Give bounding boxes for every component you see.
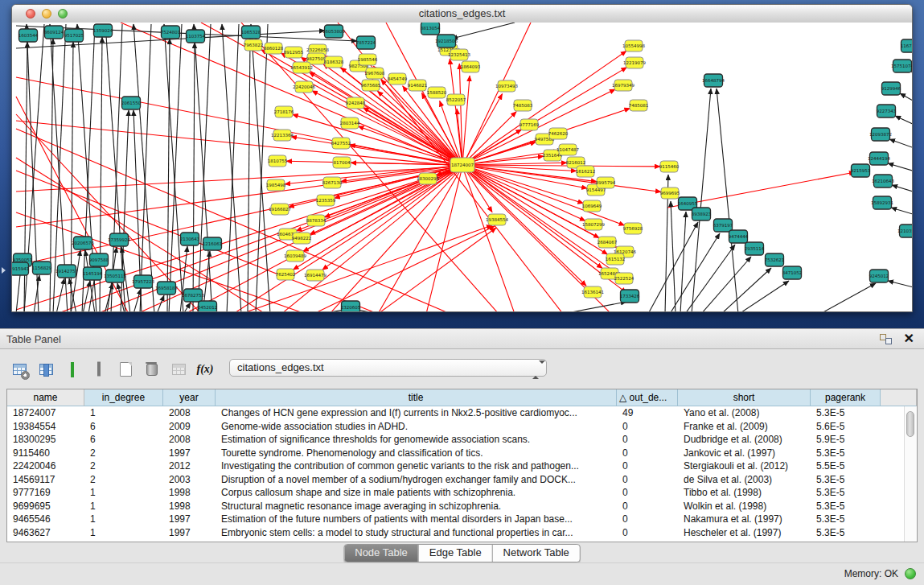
table-cell[interactable]: 5.6E-5: [811, 420, 881, 434]
column-visibility-button[interactable]: [35, 359, 57, 380]
float-panel-icon[interactable]: [880, 334, 892, 344]
network-node-yellow[interactable]: [366, 68, 384, 79]
close-panel-icon[interactable]: ✕: [904, 331, 914, 347]
network-node-yellow[interactable]: [584, 286, 602, 298]
table-cell[interactable]: 18300295: [7, 433, 84, 447]
table-cell[interactable]: Estimation of the future numbers of pati…: [216, 513, 617, 526]
rows-button[interactable]: [88, 359, 110, 380]
network-node-yellow[interactable]: [306, 270, 324, 281]
table-cell[interactable]: 1997: [163, 447, 216, 460]
tab-edge-table[interactable]: Edge Table: [418, 545, 492, 562]
network-node-teal[interactable]: [12, 262, 29, 275]
table-row[interactable]: 1938455462009Genome-wide association stu…: [7, 420, 917, 434]
network-node-yellow[interactable]: [614, 80, 632, 91]
table-cell[interactable]: Tibbo et al. (1998): [678, 486, 811, 500]
table-cell[interactable]: 1: [84, 513, 163, 526]
table-cell[interactable]: 5.5E-5: [811, 459, 881, 473]
table-cell[interactable]: 5.3E-5: [811, 406, 881, 420]
memory-status-indicator[interactable]: [905, 568, 916, 579]
network-node-teal[interactable]: [692, 208, 711, 220]
network-node-teal[interactable]: [58, 265, 76, 278]
network-window[interactable]: citations_edges.txt 18724007183002951512…: [11, 4, 913, 312]
table-cell[interactable]: 5.3E-5: [811, 526, 881, 540]
network-node-yellow[interactable]: [277, 269, 294, 280]
table-row[interactable]: 2242004622012Investigating the contribut…: [7, 459, 917, 473]
network-node-teal[interactable]: [110, 233, 129, 246]
column-header-in_degree[interactable]: in_degree: [84, 389, 163, 406]
network-node-teal[interactable]: [342, 301, 360, 311]
table-cell[interactable]: 0: [617, 526, 678, 540]
table-cell[interactable]: 0: [617, 513, 678, 526]
network-node-yellow[interactable]: [450, 158, 474, 172]
network-node-teal[interactable]: [729, 230, 748, 243]
network-node-yellow[interactable]: [317, 195, 335, 206]
network-canvas[interactable]: 1872400718300295151235441232541318640931…: [12, 23, 912, 311]
network-node-teal[interactable]: [106, 270, 125, 282]
row-selection-button[interactable]: [61, 359, 84, 380]
table-cell[interactable]: 2008: [163, 433, 216, 447]
network-node-teal[interactable]: [421, 23, 440, 35]
network-node-teal[interactable]: [122, 97, 141, 109]
table-cell[interactable]: Embryonic stem cells: a model to study s…: [216, 526, 617, 540]
network-node-yellow[interactable]: [630, 100, 647, 111]
table-cell[interactable]: 5.3E-5: [811, 513, 881, 526]
network-node-teal[interactable]: [184, 289, 203, 302]
table-cell[interactable]: 9777169: [7, 486, 84, 500]
table-cell[interactable]: 2008: [163, 406, 216, 420]
scrollbar-thumb[interactable]: [906, 411, 914, 437]
tab-node-table[interactable]: Node Table: [344, 545, 418, 562]
network-node-yellow[interactable]: [597, 177, 614, 188]
network-node-teal[interactable]: [84, 267, 102, 280]
table-cell[interactable]: 5.3E-5: [811, 500, 881, 513]
network-node-teal[interactable]: [882, 82, 901, 95]
network-node-teal[interactable]: [766, 253, 784, 266]
network-node-yellow[interactable]: [325, 56, 343, 68]
network-node-teal[interactable]: [873, 196, 892, 209]
table-cell[interactable]: 2: [84, 447, 163, 460]
network-node-teal[interactable]: [357, 36, 376, 49]
network-node-teal[interactable]: [783, 266, 802, 279]
network-view[interactable]: 1872400718300295151235441232541318640931…: [12, 23, 912, 311]
network-node-yellow[interactable]: [428, 87, 446, 98]
table-cell[interactable]: 2009: [163, 420, 216, 434]
table-cell[interactable]: Nakamura et al. (1997): [678, 513, 811, 526]
table-cell[interactable]: 0: [617, 420, 678, 434]
column-header-short[interactable]: short: [678, 389, 811, 406]
table-cell[interactable]: Estimation of significance thresholds fo…: [216, 433, 617, 447]
table-cell[interactable]: 5.3E-5: [811, 486, 881, 500]
table-cell[interactable]: Tourette syndrome. Phenomenology and cla…: [216, 447, 617, 460]
network-node-teal[interactable]: [900, 225, 913, 237]
table-mode-button[interactable]: [8, 359, 31, 380]
table-cell[interactable]: 9115460: [7, 447, 84, 460]
network-node-yellow[interactable]: [333, 157, 351, 168]
network-node-yellow[interactable]: [362, 80, 380, 91]
network-node-yellow[interactable]: [498, 80, 515, 92]
network-node-yellow[interactable]: [332, 138, 350, 149]
table-cell[interactable]: 1: [84, 500, 163, 513]
column-header-pagerank[interactable]: pagerank: [811, 389, 881, 406]
network-node-yellow[interactable]: [606, 253, 624, 265]
table-cell[interactable]: Franke et al. (2009): [678, 420, 811, 434]
table-cell[interactable]: 2012: [163, 459, 216, 473]
network-node-yellow[interactable]: [488, 214, 506, 225]
network-node-yellow[interactable]: [388, 73, 406, 84]
network-node-teal[interactable]: [852, 164, 870, 177]
network-node-teal[interactable]: [872, 128, 890, 141]
network-node-yellow[interactable]: [323, 177, 341, 188]
table-cell[interactable]: 6: [84, 420, 163, 434]
table-cell[interactable]: 1997: [163, 526, 216, 540]
panel-expander-arrow-icon[interactable]: [2, 267, 6, 274]
network-node-teal[interactable]: [199, 301, 217, 311]
table-cell[interactable]: 5.3E-5: [811, 447, 881, 460]
network-node-teal[interactable]: [203, 237, 222, 250]
table-cell[interactable]: Corpus callosum shape and size in male p…: [216, 486, 617, 500]
table-select-dropdown[interactable]: citations_edges.txt: [229, 359, 547, 377]
network-node-yellow[interactable]: [265, 43, 282, 54]
network-node-yellow[interactable]: [267, 179, 285, 191]
table-cell[interactable]: 0: [617, 486, 678, 500]
table-cell[interactable]: 19384554: [7, 420, 84, 434]
network-node-teal[interactable]: [874, 175, 893, 187]
network-node-teal[interactable]: [74, 237, 92, 249]
tab-network-table[interactable]: Network Table: [492, 545, 580, 562]
table-row[interactable]: 977716911998Corpus callosum shape and si…: [7, 486, 917, 500]
